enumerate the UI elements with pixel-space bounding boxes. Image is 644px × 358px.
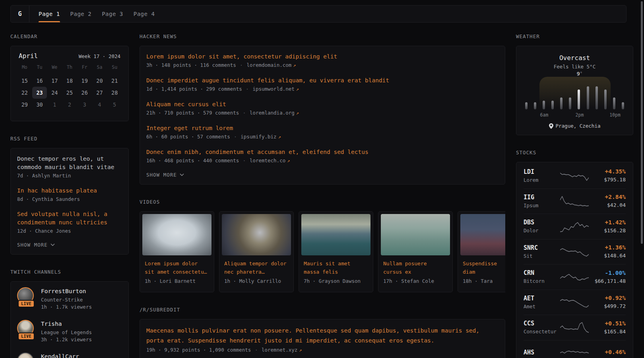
stock-identity: CRN Bitcorn bbox=[524, 269, 560, 285]
time-label: 2pm bbox=[576, 112, 584, 118]
video-card-body: Lorem ipsum dolor sit amet consectetu… 1… bbox=[142, 255, 211, 284]
external-link-icon: ↗ bbox=[278, 134, 281, 140]
hn-story-title[interactable]: Integer eget rutrum lorem bbox=[146, 124, 499, 132]
app-logo[interactable]: G bbox=[11, 6, 29, 22]
middle-column: HACKER NEWS Lorem ipsum dolor sit amet, … bbox=[140, 34, 505, 358]
calendar-weekday-row: Mo Tu We Th Fr Sa Su bbox=[17, 64, 122, 70]
hn-story-title[interactable]: Donec enim nibh, condimentum et accumsan… bbox=[146, 148, 499, 156]
video-thumbnail[interactable] bbox=[460, 214, 505, 255]
stock-price: $795.18 bbox=[589, 176, 626, 183]
reddit-post-domain-link[interactable]: loremnet.xyz↗ bbox=[262, 347, 302, 353]
weather-time-axis: 6am 2pm 10pm bbox=[525, 112, 624, 118]
stock-price: $499.72 bbox=[589, 303, 626, 310]
calendar-day: 20 bbox=[92, 75, 107, 87]
video-thumbnail[interactable] bbox=[142, 214, 211, 255]
stock-row[interactable]: AHS +0.46% bbox=[524, 340, 626, 358]
stock-sparkline bbox=[560, 194, 589, 209]
tab-page[interactable]: Page 3 bbox=[97, 6, 128, 22]
calendar-day: 22 bbox=[17, 87, 32, 99]
weather-hour-bar bbox=[569, 97, 571, 109]
twitch-card: LIVE ForrestBurton Counter-Strike 1h · 1… bbox=[10, 281, 129, 358]
subreddit-section-label: /R/SUBREDDIT bbox=[140, 307, 505, 312]
video-thumbnail[interactable] bbox=[381, 214, 450, 255]
video-card: Lorem ipsum dolor sit amet consectetu… 1… bbox=[140, 211, 214, 292]
right-column: WEATHER Overcast Feels like 5°C bbox=[516, 34, 633, 358]
stock-values: +0.46% bbox=[589, 348, 626, 357]
rss-item-title[interactable]: Donec tempor eros leo, ut commodo mauris… bbox=[17, 155, 122, 171]
subreddit-widget: /R/SUBREDDIT Maecenas mollis pulvinar er… bbox=[140, 307, 505, 358]
twitch-channel-row: LIVE ForrestBurton Counter-Strike 1h · 1… bbox=[17, 287, 122, 311]
stock-ticker: SNRC bbox=[524, 244, 560, 252]
tab-page[interactable]: Page 4 bbox=[129, 6, 160, 22]
stock-name: Consectetur bbox=[524, 328, 560, 335]
tab-page[interactable]: Page 1 bbox=[34, 6, 65, 22]
meta-separator: · bbox=[234, 134, 237, 140]
rss-item-title[interactable]: Sed volutpat nulla nisl, a condimentum n… bbox=[17, 210, 122, 227]
subreddit-card: Maecenas mollis pulvinar erat non posuer… bbox=[140, 319, 505, 358]
calendar-weekday: Su bbox=[107, 64, 122, 70]
calendar-day: 17 bbox=[47, 75, 62, 87]
scrollbar-thumb[interactable] bbox=[641, 1, 643, 244]
twitch-avatar[interactable]: LIVE bbox=[17, 320, 35, 343]
hn-story-domain-link[interactable]: ipsumworld.net↗ bbox=[252, 86, 299, 92]
stock-identity: IIG Ipsum bbox=[524, 193, 560, 209]
stock-price: $66,171.48 bbox=[589, 278, 626, 285]
video-thumbnail[interactable] bbox=[222, 214, 291, 255]
hn-story-domain-link[interactable]: loremdomain.com↗ bbox=[246, 62, 296, 68]
stock-price: $156.28 bbox=[589, 227, 626, 234]
stock-ticker: DBS bbox=[524, 218, 560, 226]
reddit-post-title[interactable]: Maecenas mollis pulvinar erat non posuer… bbox=[146, 326, 499, 346]
stock-row[interactable]: CCS Consectetur +0.51% $165.84 bbox=[524, 315, 626, 340]
meta-separator: · bbox=[243, 110, 246, 116]
hn-story-title[interactable]: Aliquam nec cursus elit bbox=[146, 100, 499, 109]
stock-row[interactable]: AET Amet +0.92% $499.72 bbox=[524, 290, 626, 315]
video-title[interactable]: Nullam posuere cursus ex bbox=[383, 259, 448, 276]
rss-item-title[interactable]: In hac habitasse platea bbox=[17, 187, 122, 195]
twitch-avatar[interactable]: LIVE bbox=[17, 287, 35, 311]
external-link-icon: ↗ bbox=[287, 158, 290, 163]
twitch-channel-category[interactable]: League of Legends bbox=[41, 329, 92, 336]
stock-name: Dolor bbox=[524, 227, 560, 234]
dashboard-page: G Page 1 Page 2 Page 3 Page 4 CALENDAR A… bbox=[0, 0, 644, 358]
stock-row[interactable]: SNRC Sit +1.36% $148.64 bbox=[524, 239, 626, 265]
weather-feels-like: Feels like 5°C bbox=[525, 64, 624, 70]
hn-story-domain-link[interactable]: ipsumify.biz↗ bbox=[241, 134, 281, 140]
twitch-channel-name[interactable]: ForrestBurton bbox=[41, 287, 92, 295]
stock-row[interactable]: IIG Ipsum +2.84% $42.04 bbox=[524, 189, 626, 214]
video-thumbnail[interactable] bbox=[301, 214, 370, 255]
calendar-day: 15 bbox=[17, 75, 32, 87]
weather-hour-bar bbox=[551, 101, 554, 109]
stock-identity: CCS Consectetur bbox=[524, 319, 560, 335]
video-title[interactable]: Suspendisse diam bbox=[463, 259, 505, 276]
rss-item: Donec tempor eros leo, ut commodo mauris… bbox=[17, 155, 122, 179]
hn-story-domain: loremlandia.org bbox=[250, 110, 295, 116]
calendar-day: 27 bbox=[92, 87, 107, 99]
video-title[interactable]: Aliquam tempor dolor nec pharetra… bbox=[224, 259, 289, 276]
stock-row[interactable]: CRN Bitcorn -1.00% $66,171.48 bbox=[524, 264, 626, 290]
hn-story-stats: 1d · 1,414 points · 299 comments bbox=[146, 86, 242, 92]
stock-name: Bitcorn bbox=[524, 278, 560, 285]
hn-story-title[interactable]: Lorem ipsum dolor sit amet, consectetur … bbox=[146, 53, 499, 61]
rss-show-more-button[interactable]: SHOW MORE bbox=[17, 242, 55, 248]
twitch-avatar[interactable] bbox=[17, 352, 35, 358]
videos-widget: VIDEOS Lorem ipsum dolor sit amet consec… bbox=[140, 200, 505, 292]
video-title[interactable]: Lorem ipsum dolor sit amet consectetu… bbox=[145, 259, 209, 276]
video-title[interactable]: Mauris sit amet massa felis bbox=[304, 259, 368, 276]
stock-row[interactable]: LDI Lorem +4.35% $795.18 bbox=[524, 163, 626, 189]
hn-story-title[interactable]: Donec imperdiet augue tincidunt felis al… bbox=[146, 76, 499, 85]
tab-page[interactable]: Page 2 bbox=[66, 6, 97, 22]
hn-story: Integer eget rutrum lorem 6h · 60 points… bbox=[146, 124, 499, 140]
stock-change-percent: +1.42% bbox=[589, 219, 626, 226]
twitch-channel-name[interactable]: KendallCarr bbox=[41, 352, 79, 358]
twitch-channel-category[interactable]: Counter-Strike bbox=[41, 296, 92, 304]
rss-item-meta: 12d · Chance Jones bbox=[17, 228, 122, 235]
hn-story-domain-link[interactable]: loremlandia.org↗ bbox=[250, 110, 299, 116]
location-pin-icon bbox=[549, 123, 553, 129]
stock-row[interactable]: DBS Dolor +1.42% $156.28 bbox=[524, 214, 626, 239]
twitch-channel-name[interactable]: Trisha bbox=[41, 320, 92, 328]
stock-sparkline bbox=[560, 244, 589, 259]
hn-show-more-button[interactable]: SHOW MORE bbox=[146, 172, 184, 178]
calendar-weekday: Sa bbox=[92, 64, 107, 70]
hn-story-domain-link[interactable]: loremtech.co↗ bbox=[250, 158, 290, 163]
calendar-day: 4 bbox=[92, 99, 107, 111]
